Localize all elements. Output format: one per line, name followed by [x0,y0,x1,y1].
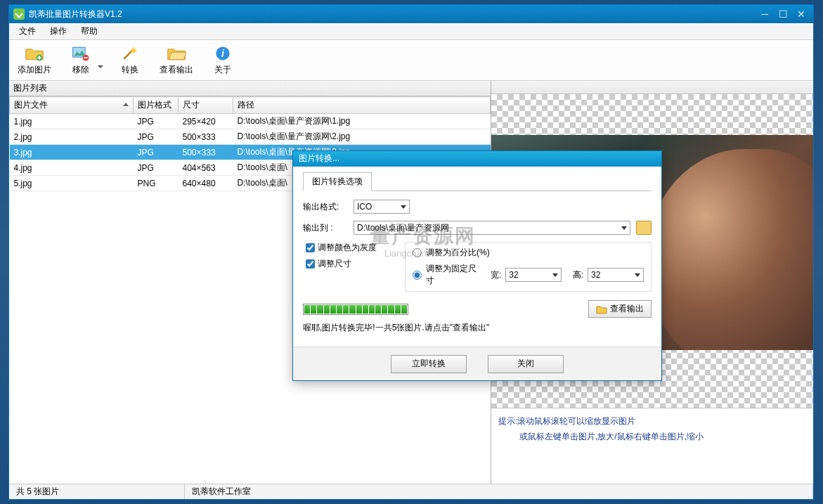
folder-icon [596,304,607,314]
convert-dialog: 图片转换... 图片转换选项 量产资源网 Liangchan.net 输出格式:… [292,150,662,381]
tips-area: 提示:滚动鼠标滚轮可以缩放显示图片 或鼠标左键单击图片,放大/鼠标右键单击图片,… [491,408,813,484]
window-title: 凯蒂批量图片转换器V1.2 [29,8,757,20]
browse-folder-button[interactable] [636,221,652,235]
progress-bar [303,304,408,315]
col-file[interactable]: 图片文件 [10,97,134,114]
chevron-down-icon [635,273,640,277]
table-row[interactable]: 1.jpgJPG295×420D:\tools\桌面\量产资源网\1.jpg [10,114,491,129]
width-label: 宽: [491,269,501,281]
output-label: 输出到 : [303,222,348,234]
toolbar: 添加图片 移除 转换 查看输出 i [9,40,813,81]
resize-checkbox[interactable] [306,259,315,269]
chevron-down-icon [552,273,558,277]
grayscale-label: 调整颜色为灰度 [318,242,377,254]
maximize-button[interactable]: ☐ [775,8,791,20]
format-combo[interactable]: ICO [354,200,410,214]
preview-header [491,81,813,94]
dialog-footer: 立即转换 关闭 [293,347,661,380]
view-output-button[interactable]: 查看输出 [157,43,196,77]
table-row[interactable]: 2.jpgJPG500×333D:\tools\桌面\量产资源网\2.jpg [10,129,491,145]
format-label: 输出格式: [303,201,348,213]
sort-asc-icon [123,103,129,106]
add-image-button[interactable]: 添加图片 [15,43,54,77]
col-path[interactable]: 路径 [233,97,491,114]
height-combo[interactable]: 32 [588,268,644,282]
height-label: 高: [573,269,583,281]
resize-label: 调整尺寸 [318,258,351,270]
list-header: 图片列表 [9,81,491,96]
tab-convert-options[interactable]: 图片转换选项 [303,172,372,191]
convert-button[interactable]: 转换 [116,43,144,77]
dialog-title: 图片转换... [293,151,661,167]
width-combo[interactable]: 32 [505,268,562,282]
resize-percent-radio[interactable] [413,248,422,257]
minimize-button[interactable]: ─ [757,8,772,20]
col-size[interactable]: 尺寸 [179,97,233,114]
menu-file[interactable]: 文件 [12,23,43,39]
folder-open-icon [165,44,188,63]
close-button[interactable]: ✕ [793,8,809,20]
image-minus-icon [70,44,92,63]
convert-status: 喔耶,图片转换完毕!一共5张图片.请点击"查看输出" [303,322,652,334]
close-dialog-button[interactable]: 关闭 [488,355,564,373]
tip-line-2: 或鼠标左键单击图片,放大/鼠标右键单击图片,缩小 [498,429,806,445]
status-count: 共 5 张图片 [9,484,185,499]
app-icon [13,8,25,20]
remove-dropdown[interactable] [98,65,103,68]
menu-operation[interactable]: 操作 [43,23,74,39]
remove-button[interactable]: 移除 [67,43,95,77]
grayscale-checkbox[interactable] [306,243,315,252]
resize-fixed-radio[interactable] [413,271,422,280]
status-author: 凯蒂软件工作室 [185,484,813,499]
resize-percent-label: 调整为百分比(%) [426,247,490,259]
resize-fixed-label: 调整为固定尺寸 [426,263,477,287]
titlebar: 凯蒂批量图片转换器V1.2 ─ ☐ ✕ [9,5,813,23]
chevron-down-icon [621,226,627,230]
tip-line-1: 提示:滚动鼠标滚轮可以缩放显示图片 [498,414,806,429]
menu-help[interactable]: 帮助 [74,23,105,39]
folder-plus-icon [23,44,46,63]
dialog-view-output-button[interactable]: 查看输出 [588,300,652,318]
info-icon: i [212,44,234,63]
menubar: 文件 操作 帮助 [9,23,813,40]
statusbar: 共 5 张图片 凯蒂软件工作室 [9,484,813,499]
wand-icon [119,44,141,63]
col-format[interactable]: 图片格式 [134,97,179,114]
output-path-combo[interactable]: D:\tools\桌面\量产资源网 [354,221,630,235]
convert-now-button[interactable]: 立即转换 [391,355,467,373]
about-button[interactable]: i 关于 [209,43,237,77]
chevron-down-icon [401,205,406,209]
